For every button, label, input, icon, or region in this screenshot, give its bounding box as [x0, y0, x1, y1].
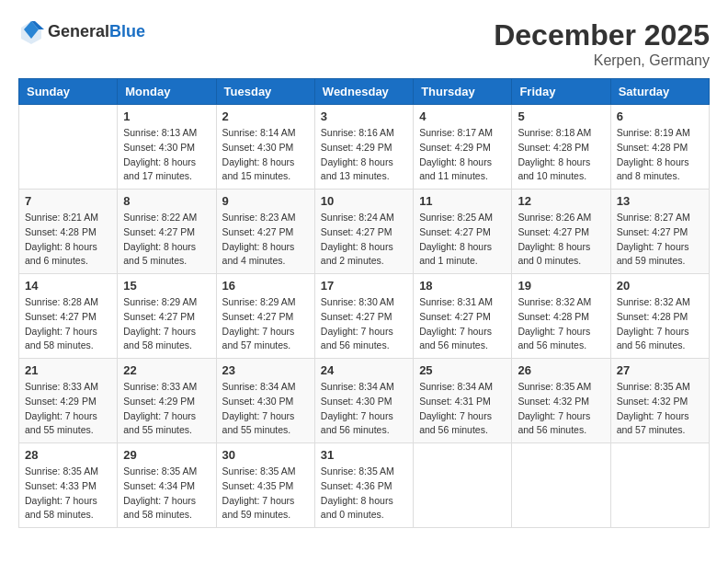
day-number: 30 — [222, 448, 309, 462]
title-area: December 2025 Kerpen, Germany — [494, 18, 710, 69]
day-info: Sunrise: 8:34 AM Sunset: 4:30 PM Dayligh… — [222, 380, 309, 438]
day-number: 13 — [617, 194, 703, 208]
calendar-day-cell: 31Sunrise: 8:35 AM Sunset: 4:36 PM Dayli… — [314, 443, 413, 528]
calendar-day-cell: 11Sunrise: 8:25 AM Sunset: 4:27 PM Dayli… — [414, 190, 512, 274]
calendar-day-cell: 24Sunrise: 8:34 AM Sunset: 4:30 PM Dayli… — [314, 359, 413, 443]
day-number: 2 — [222, 109, 309, 123]
weekday-header-row: SundayMondayTuesdayWednesdayThursdayFrid… — [19, 79, 710, 105]
day-info: Sunrise: 8:26 AM Sunset: 4:27 PM Dayligh… — [518, 211, 604, 269]
calendar-day-cell: 30Sunrise: 8:35 AM Sunset: 4:35 PM Dayli… — [216, 443, 314, 528]
calendar-day-cell: 2Sunrise: 8:14 AM Sunset: 4:30 PM Daylig… — [216, 105, 314, 190]
weekday-header-cell: Tuesday — [216, 79, 314, 105]
day-number: 7 — [25, 194, 111, 208]
day-number: 23 — [222, 363, 309, 377]
day-number: 10 — [321, 194, 407, 208]
weekday-header-cell: Thursday — [414, 79, 512, 105]
logo-text-blue: Blue — [109, 22, 145, 40]
logo-icon — [18, 18, 44, 44]
day-number: 25 — [419, 363, 506, 377]
day-number: 16 — [222, 279, 309, 293]
day-info: Sunrise: 8:19 AM Sunset: 4:28 PM Dayligh… — [617, 126, 703, 184]
calendar-day-cell: 21Sunrise: 8:33 AM Sunset: 4:29 PM Dayli… — [19, 359, 118, 443]
day-number: 14 — [25, 279, 111, 293]
day-number: 15 — [123, 279, 210, 293]
day-info: Sunrise: 8:32 AM Sunset: 4:28 PM Dayligh… — [617, 295, 703, 353]
day-number: 11 — [419, 194, 506, 208]
day-number: 26 — [518, 363, 604, 377]
day-number: 8 — [123, 194, 210, 208]
day-number: 20 — [617, 279, 703, 293]
calendar-day-cell: 23Sunrise: 8:34 AM Sunset: 4:30 PM Dayli… — [216, 359, 314, 443]
weekday-header-cell: Friday — [512, 79, 610, 105]
day-info: Sunrise: 8:18 AM Sunset: 4:28 PM Dayligh… — [518, 126, 604, 184]
calendar-day-cell: 20Sunrise: 8:32 AM Sunset: 4:28 PM Dayli… — [610, 274, 709, 359]
calendar-day-cell: 28Sunrise: 8:35 AM Sunset: 4:33 PM Dayli… — [19, 443, 118, 528]
day-info: Sunrise: 8:24 AM Sunset: 4:27 PM Dayligh… — [321, 211, 407, 269]
calendar-day-cell: 10Sunrise: 8:24 AM Sunset: 4:27 PM Dayli… — [314, 190, 413, 274]
day-number: 22 — [123, 363, 210, 377]
calendar-table: SundayMondayTuesdayWednesdayThursdayFrid… — [18, 78, 710, 528]
day-info: Sunrise: 8:35 AM Sunset: 4:32 PM Dayligh… — [518, 380, 604, 438]
month-title: December 2025 — [494, 18, 710, 52]
calendar-day-cell: 14Sunrise: 8:28 AM Sunset: 4:27 PM Dayli… — [19, 274, 118, 359]
day-info: Sunrise: 8:25 AM Sunset: 4:27 PM Dayligh… — [419, 211, 506, 269]
day-info: Sunrise: 8:17 AM Sunset: 4:29 PM Dayligh… — [419, 126, 506, 184]
day-number: 31 — [321, 448, 407, 462]
page-header: GeneralBlue December 2025 Kerpen, German… — [18, 18, 710, 69]
calendar-day-cell: 15Sunrise: 8:29 AM Sunset: 4:27 PM Dayli… — [118, 274, 216, 359]
calendar-day-cell: 6Sunrise: 8:19 AM Sunset: 4:28 PM Daylig… — [610, 105, 709, 190]
calendar-day-cell — [512, 443, 610, 528]
calendar-day-cell: 22Sunrise: 8:33 AM Sunset: 4:29 PM Dayli… — [118, 359, 216, 443]
weekday-header-cell: Wednesday — [314, 79, 413, 105]
day-number: 4 — [419, 109, 506, 123]
calendar-day-cell: 12Sunrise: 8:26 AM Sunset: 4:27 PM Dayli… — [512, 190, 610, 274]
day-number: 5 — [518, 109, 604, 123]
calendar-day-cell: 3Sunrise: 8:16 AM Sunset: 4:29 PM Daylig… — [314, 105, 413, 190]
calendar-week-row: 1Sunrise: 8:13 AM Sunset: 4:30 PM Daylig… — [19, 105, 710, 190]
weekday-header-cell: Saturday — [610, 79, 709, 105]
calendar-week-row: 14Sunrise: 8:28 AM Sunset: 4:27 PM Dayli… — [19, 274, 710, 359]
calendar-day-cell — [19, 105, 118, 190]
day-info: Sunrise: 8:22 AM Sunset: 4:27 PM Dayligh… — [123, 211, 210, 269]
calendar-day-cell: 26Sunrise: 8:35 AM Sunset: 4:32 PM Dayli… — [512, 359, 610, 443]
day-number: 29 — [123, 448, 210, 462]
day-info: Sunrise: 8:34 AM Sunset: 4:30 PM Dayligh… — [321, 380, 407, 438]
calendar-day-cell: 19Sunrise: 8:32 AM Sunset: 4:28 PM Dayli… — [512, 274, 610, 359]
day-number: 17 — [321, 279, 407, 293]
calendar-day-cell — [414, 443, 512, 528]
day-info: Sunrise: 8:14 AM Sunset: 4:30 PM Dayligh… — [222, 126, 309, 184]
day-info: Sunrise: 8:30 AM Sunset: 4:27 PM Dayligh… — [321, 295, 407, 353]
calendar-day-cell: 7Sunrise: 8:21 AM Sunset: 4:28 PM Daylig… — [19, 190, 118, 274]
day-info: Sunrise: 8:23 AM Sunset: 4:27 PM Dayligh… — [222, 211, 309, 269]
calendar-day-cell: 4Sunrise: 8:17 AM Sunset: 4:29 PM Daylig… — [414, 105, 512, 190]
logo: GeneralBlue — [18, 18, 145, 44]
day-info: Sunrise: 8:34 AM Sunset: 4:31 PM Dayligh… — [419, 380, 506, 438]
day-info: Sunrise: 8:29 AM Sunset: 4:27 PM Dayligh… — [222, 295, 309, 353]
day-info: Sunrise: 8:29 AM Sunset: 4:27 PM Dayligh… — [123, 295, 210, 353]
calendar-day-cell: 9Sunrise: 8:23 AM Sunset: 4:27 PM Daylig… — [216, 190, 314, 274]
day-number: 24 — [321, 363, 407, 377]
day-info: Sunrise: 8:31 AM Sunset: 4:27 PM Dayligh… — [419, 295, 506, 353]
day-info: Sunrise: 8:35 AM Sunset: 4:36 PM Dayligh… — [321, 465, 407, 523]
calendar-body: 1Sunrise: 8:13 AM Sunset: 4:30 PM Daylig… — [19, 105, 710, 528]
day-info: Sunrise: 8:33 AM Sunset: 4:29 PM Dayligh… — [123, 380, 210, 438]
day-info: Sunrise: 8:33 AM Sunset: 4:29 PM Dayligh… — [25, 380, 111, 438]
day-number: 18 — [419, 279, 506, 293]
day-info: Sunrise: 8:28 AM Sunset: 4:27 PM Dayligh… — [25, 295, 111, 353]
day-number: 21 — [25, 363, 111, 377]
day-number: 1 — [123, 109, 210, 123]
day-number: 19 — [518, 279, 604, 293]
calendar-week-row: 7Sunrise: 8:21 AM Sunset: 4:28 PM Daylig… — [19, 190, 710, 274]
calendar-day-cell: 1Sunrise: 8:13 AM Sunset: 4:30 PM Daylig… — [118, 105, 216, 190]
day-number: 6 — [617, 109, 703, 123]
calendar-week-row: 21Sunrise: 8:33 AM Sunset: 4:29 PM Dayli… — [19, 359, 710, 443]
day-info: Sunrise: 8:13 AM Sunset: 4:30 PM Dayligh… — [123, 126, 210, 184]
calendar-day-cell: 13Sunrise: 8:27 AM Sunset: 4:27 PM Dayli… — [610, 190, 709, 274]
calendar-day-cell: 29Sunrise: 8:35 AM Sunset: 4:34 PM Dayli… — [118, 443, 216, 528]
weekday-header-cell: Sunday — [19, 79, 118, 105]
logo-text-general: General — [48, 22, 109, 40]
day-number: 27 — [617, 363, 703, 377]
day-info: Sunrise: 8:35 AM Sunset: 4:35 PM Dayligh… — [222, 465, 309, 523]
calendar-day-cell — [610, 443, 709, 528]
calendar-day-cell: 17Sunrise: 8:30 AM Sunset: 4:27 PM Dayli… — [314, 274, 413, 359]
